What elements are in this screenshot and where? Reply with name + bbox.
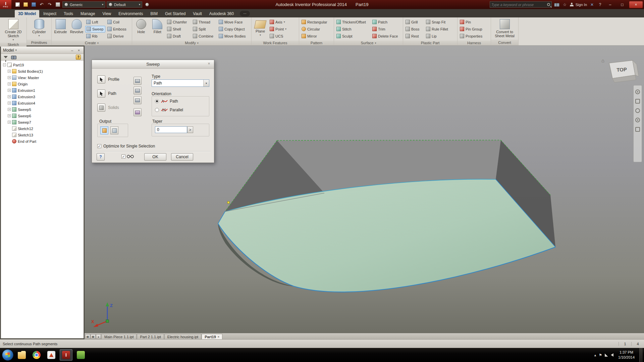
help-button[interactable]: ? xyxy=(597,2,603,7)
trim-button[interactable]: Trim xyxy=(371,26,402,33)
plane-button[interactable]: Plane ▾ xyxy=(253,18,268,37)
home-view-icon[interactable]: ⌂ xyxy=(601,58,604,63)
draft-button[interactable]: Draft xyxy=(166,33,191,40)
save-button[interactable] xyxy=(30,1,37,8)
doc-tab-main-piece[interactable]: Main Piece 1.1.ipt xyxy=(101,334,137,339)
radio-checked-icon[interactable] xyxy=(155,99,159,103)
boss-button[interactable]: Boss xyxy=(405,26,424,33)
adjust-button[interactable] xyxy=(144,1,150,8)
derive-button[interactable]: Derive xyxy=(106,33,130,40)
browser-close-button[interactable]: × xyxy=(76,48,82,52)
point-button[interactable]: Point▾ xyxy=(269,26,297,33)
sculpt-button[interactable]: Sculpt xyxy=(335,33,370,40)
checkbox-checked-icon[interactable]: ✓ xyxy=(97,144,101,148)
ucs-button[interactable]: UCS xyxy=(269,33,297,40)
move-bodies-button[interactable]: Move Bodies xyxy=(218,33,250,40)
orbit-icon[interactable] xyxy=(635,118,640,122)
new-file-button[interactable] xyxy=(14,1,21,8)
arrange-windows-button[interactable]: ▦ xyxy=(91,334,96,339)
dialog-close-icon[interactable]: × xyxy=(206,61,212,67)
ok-button[interactable]: OK xyxy=(144,153,166,161)
expand-icon[interactable]: + xyxy=(8,121,11,124)
close-tab-icon[interactable]: × xyxy=(218,335,219,339)
exchange-apps-button[interactable]: ✕ xyxy=(589,2,595,7)
expand-icon[interactable]: + xyxy=(8,89,11,92)
action-center-icon[interactable]: ⚑ xyxy=(599,353,602,357)
open-button[interactable] xyxy=(22,1,29,8)
search-input[interactable] xyxy=(491,3,546,7)
doc-tab-electric-housing[interactable]: Electric housing.ipt xyxy=(164,334,201,339)
expand-icon[interactable]: + xyxy=(8,95,11,98)
radio-icon[interactable] xyxy=(155,108,159,112)
tree-item-sketch12[interactable]: Sketch12 xyxy=(1,125,84,132)
vertex-marker[interactable] xyxy=(227,201,229,203)
redo-button[interactable]: ↷ xyxy=(46,1,53,8)
extrude-button[interactable]: Extrude xyxy=(53,18,68,34)
tab-inspect[interactable]: Inspect xyxy=(40,10,60,17)
split-button[interactable]: Split xyxy=(192,26,217,33)
undo-button[interactable]: ↶ xyxy=(38,1,45,8)
cylinder-button[interactable]: Cylinder ▾ xyxy=(31,18,48,38)
rectangular-pattern-button[interactable]: Rectangular xyxy=(301,19,332,25)
tab-3d-model[interactable]: 3D Model xyxy=(15,10,39,17)
tree-item-extrusion1[interactable]: + Extrusion1 xyxy=(1,87,84,94)
delete-face-button[interactable]: Delete Face xyxy=(371,33,402,40)
taper-input[interactable]: 0 xyxy=(155,126,187,133)
expand-icon[interactable]: + xyxy=(8,108,11,111)
taskbar-inventor-button[interactable]: I xyxy=(60,349,72,361)
shell-button[interactable]: Shell xyxy=(166,26,191,33)
dialog-titlebar[interactable]: Sweep × xyxy=(92,60,214,69)
zoom-icon[interactable] xyxy=(635,108,640,113)
tile-views-button[interactable]: ▦ xyxy=(85,334,90,339)
volume-icon[interactable] xyxy=(611,353,613,357)
print-button[interactable] xyxy=(54,1,61,8)
coil-button[interactable]: Coil xyxy=(106,19,130,25)
properties-button[interactable]: Properties xyxy=(459,33,489,40)
tree-item-end-of-part[interactable]: End of Part xyxy=(1,138,84,144)
panel-label-plastic-part[interactable]: Plastic Part xyxy=(403,41,457,45)
panel-label-convert[interactable]: Convert xyxy=(491,40,518,45)
copy-object-button[interactable]: Copy Object xyxy=(218,26,250,33)
tree-item-origin[interactable]: + Origin xyxy=(1,81,84,87)
panel-label-create[interactable]: Create▾ xyxy=(52,41,132,45)
dialog-icon-button-2[interactable] xyxy=(133,86,142,95)
expand-icon[interactable]: + xyxy=(8,82,11,85)
tab-get-started[interactable]: Get Started xyxy=(162,10,189,17)
solids-selector[interactable]: Solids xyxy=(97,104,119,112)
taper-flyout-button[interactable]: > xyxy=(187,126,193,133)
sweep-button[interactable]: Sweep xyxy=(85,26,105,33)
more-tabs-button[interactable]: ⋯ xyxy=(240,11,250,16)
solids-icon[interactable] xyxy=(97,104,105,112)
expand-icon[interactable]: + xyxy=(8,70,11,73)
panel-label-modify[interactable]: Modify▾ xyxy=(132,41,251,45)
dialog-help-button[interactable]: ? xyxy=(97,153,105,161)
viewcube-face-label[interactable]: TOP xyxy=(616,66,627,73)
optimize-option[interactable]: ✓ Optimize for Single Selection xyxy=(97,144,155,148)
emboss-button[interactable]: Emboss xyxy=(106,26,130,33)
thread-button[interactable]: Thread xyxy=(192,19,217,25)
tab-vault[interactable]: Vault xyxy=(190,10,205,17)
favorites-button[interactable]: ☆ xyxy=(562,2,568,7)
fillet-button[interactable]: Fillet xyxy=(150,18,165,34)
tree-item-sketch13[interactable]: Sketch13 xyxy=(1,132,84,138)
tree-item-sweep5[interactable]: + Sweep5 xyxy=(1,106,84,113)
browser-help-button[interactable]: ? xyxy=(76,55,81,60)
stitch-button[interactable]: Stitch xyxy=(335,26,370,33)
revolve-button[interactable]: Revolve xyxy=(69,18,84,34)
tab-manage[interactable]: Manage xyxy=(77,10,98,17)
taskbar-clock[interactable]: 1:37 PM 1/10/2014 xyxy=(616,350,637,360)
chamfer-button[interactable]: Chamfer xyxy=(166,19,191,25)
search-icon[interactable] xyxy=(547,3,550,6)
convert-to-sheet-metal-button[interactable]: Convert to Sheet Metal xyxy=(494,18,515,38)
circular-pattern-button[interactable]: Circular xyxy=(301,26,332,33)
view-cube[interactable]: TOP xyxy=(604,56,639,89)
dialog-icon-button-1[interactable] xyxy=(133,77,142,85)
output-surface-button[interactable] xyxy=(110,126,118,134)
panel-label-work-features[interactable]: Work Features xyxy=(252,41,299,45)
hidden-icons-button[interactable]: ▴ xyxy=(594,353,596,357)
sign-in-button[interactable]: Sign In xyxy=(576,3,587,7)
panel-label-harness[interactable]: Harness xyxy=(458,41,491,45)
create-2d-sketch-button[interactable]: Create 2D Sketch ▾ xyxy=(3,18,24,42)
look-at-icon[interactable] xyxy=(635,127,640,132)
tree-item-view-master[interactable]: + View: Master xyxy=(1,74,84,81)
